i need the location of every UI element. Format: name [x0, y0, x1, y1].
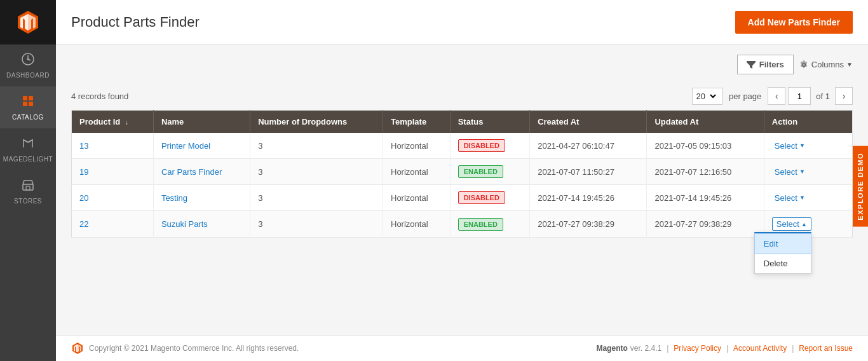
select-arrow-icon: ▼	[799, 168, 805, 175]
select-arrow-icon: ▲	[801, 221, 807, 228]
col-name: Name	[153, 111, 250, 133]
next-page-button[interactable]: ›	[835, 87, 853, 105]
cell-updated-at: 2021-07-07 12:16:50	[647, 159, 764, 185]
select-button-row-0[interactable]: Select ▼	[772, 140, 808, 152]
stores-icon	[21, 178, 35, 195]
action-dropdown-wrap: Select ▲ Edit Delete	[772, 217, 811, 231]
table-toolbar: Filters Columns ▼	[71, 55, 853, 74]
gear-icon	[799, 60, 809, 70]
magedelight-label: MAGEDELIGHT	[3, 156, 53, 163]
status-badge: ENABLED	[458, 218, 503, 231]
chevron-down-icon: ▼	[846, 61, 853, 68]
cell-created-at: 2021-07-27 09:38:29	[530, 211, 647, 238]
cell-num-dropdowns: 3	[250, 133, 383, 159]
cell-product-id: 22	[72, 211, 154, 238]
table-row: 22 Suzuki Parts 3 Horizontal ENABLED 202…	[72, 211, 853, 238]
product-id-link[interactable]: 22	[79, 219, 88, 229]
records-bar: 4 records found 20 20 50 100 per page ‹ …	[71, 82, 853, 110]
svg-rect-10	[26, 186, 30, 190]
col-template: Template	[383, 111, 451, 133]
select-arrow-icon: ▼	[799, 142, 805, 149]
columns-button[interactable]: Columns ▼	[799, 60, 853, 70]
cell-product-id: 19	[72, 159, 154, 185]
cell-template: Horizontal	[383, 211, 451, 238]
status-badge: DISABLED	[458, 191, 505, 204]
status-badge: ENABLED	[458, 165, 503, 178]
cell-num-dropdowns: 3	[250, 185, 383, 211]
cell-template: Horizontal	[383, 133, 451, 159]
action-dropdown-wrap: Select ▼	[772, 166, 808, 178]
col-status: Status	[450, 111, 530, 133]
pagination: 20 20 50 100 per page ‹ of 1 ›	[692, 87, 853, 105]
per-page-value: 20	[696, 92, 705, 101]
filters-button[interactable]: Filters	[737, 55, 794, 74]
footer-copyright: Copyright © 2021 Magento Commerce Inc. A…	[89, 344, 299, 353]
action-cell: Select ▼	[764, 185, 852, 211]
table-row: 19 Car Parts Finder 3 Horizontal ENABLED…	[72, 159, 853, 185]
col-product-id: Product Id ↓	[72, 111, 154, 133]
cell-product-id: 20	[72, 185, 154, 211]
product-id-link[interactable]: 19	[79, 167, 88, 177]
per-page-label: per page	[729, 92, 761, 101]
prev-page-button[interactable]: ‹	[768, 87, 785, 105]
privacy-policy-link[interactable]: Privacy Policy	[674, 344, 721, 353]
cell-status: ENABLED	[450, 159, 530, 185]
cell-status: DISABLED	[450, 185, 530, 211]
cell-name: Printer Model	[153, 133, 250, 159]
product-id-link[interactable]: 20	[79, 193, 88, 203]
select-button-row-3[interactable]: Select ▲	[772, 217, 811, 231]
col-created-at: Created At	[530, 111, 647, 133]
svg-rect-6	[29, 96, 33, 100]
svg-rect-7	[23, 102, 27, 106]
page-number-input[interactable]	[788, 87, 811, 105]
footer-right: Magento ver. 2.4.1 | Privacy Policy | Ac…	[596, 344, 853, 353]
explore-demo-tab[interactable]: EXPLORE DEMO	[853, 146, 868, 227]
cell-num-dropdowns: 3	[250, 211, 383, 238]
cell-name: Suzuki Parts	[153, 211, 250, 238]
report-issue-link[interactable]: Report an Issue	[799, 344, 853, 353]
main-content: Product Parts Finder Add New Parts Finde…	[56, 0, 868, 361]
cell-name: Testing	[153, 185, 250, 211]
product-name-link[interactable]: Suzuki Parts	[161, 219, 208, 229]
cell-template: Horizontal	[383, 185, 451, 211]
page-of-label: of 1	[816, 92, 830, 101]
table-body: 13 Printer Model 3 Horizontal DISABLED 2…	[72, 133, 853, 238]
cell-updated-at: 2021-07-27 09:38:29	[647, 211, 764, 238]
footer-brand: Magento	[596, 344, 627, 353]
action-edit[interactable]: Edit	[755, 234, 811, 254]
svg-point-4	[27, 58, 29, 60]
page-header: Product Parts Finder Add New Parts Finde…	[56, 0, 868, 44]
account-activity-link[interactable]: Account Activity	[733, 344, 787, 353]
product-name-link[interactable]: Printer Model	[161, 141, 210, 151]
sidebar: DASHBOARD CATALOG MAGEDELIGHT	[0, 0, 56, 361]
product-name-link[interactable]: Car Parts Finder	[161, 167, 222, 177]
cell-name: Car Parts Finder	[153, 159, 250, 185]
sidebar-item-magedelight[interactable]: MAGEDELIGHT	[0, 128, 56, 170]
catalog-label: CATALOG	[12, 114, 44, 121]
product-id-link[interactable]: 13	[79, 141, 88, 151]
svg-rect-9	[23, 184, 33, 190]
col-updated-at: Updated At	[647, 111, 764, 133]
sidebar-item-dashboard[interactable]: DASHBOARD	[0, 44, 56, 86]
select-button-row-2[interactable]: Select ▼	[772, 192, 808, 204]
per-page-select[interactable]: 20 50 100	[707, 91, 718, 102]
cell-product-id: 13	[72, 133, 154, 159]
status-badge: DISABLED	[458, 139, 505, 152]
cell-created-at: 2021-07-14 19:45:26	[530, 185, 647, 211]
cell-created-at: 2021-07-07 11:50:27	[530, 159, 647, 185]
product-name-link[interactable]: Testing	[161, 193, 187, 203]
sidebar-item-catalog[interactable]: CATALOG	[0, 86, 56, 128]
add-parts-finder-button[interactable]: Add New Parts Finder	[735, 11, 853, 34]
select-button-row-1[interactable]: Select ▼	[772, 166, 808, 178]
action-dropdown-wrap: Select ▼	[772, 192, 808, 204]
action-cell: Select ▲ Edit Delete	[764, 211, 852, 238]
filter-icon	[747, 61, 756, 69]
cell-updated-at: 2021-07-14 19:45:26	[647, 185, 764, 211]
sidebar-item-stores[interactable]: STORES	[0, 170, 56, 212]
col-action: Action	[764, 111, 852, 133]
svg-rect-5	[23, 96, 27, 100]
action-cell: Select ▼	[764, 159, 852, 185]
action-delete[interactable]: Delete	[755, 254, 811, 273]
action-dropdown-wrap: Select ▼	[772, 140, 808, 152]
records-count: 4 records found	[71, 92, 128, 101]
